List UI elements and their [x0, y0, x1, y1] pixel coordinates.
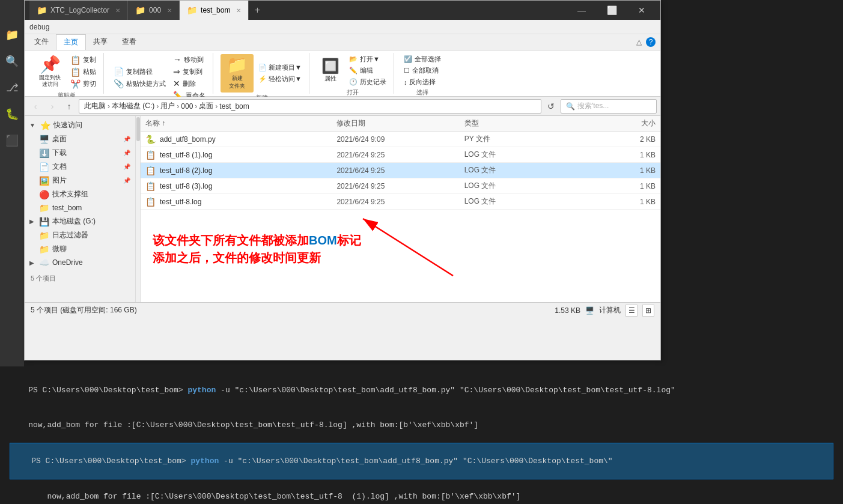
- help-button[interactable]: ?: [646, 37, 656, 47]
- terminal-prompt-0: PS C:\Users\000\Desktop\test_bom>: [28, 386, 187, 395]
- path-part-000[interactable]: 000: [181, 102, 193, 111]
- view-details-btn[interactable]: ☰: [625, 305, 638, 317]
- explorer-header: debug: [25, 20, 660, 34]
- path-sep-4: ›: [195, 102, 197, 111]
- terminal-line-1: now,add_bom for file :[C:\Users\000\Desk…: [10, 408, 833, 443]
- copy-path-btn[interactable]: 📄 复制路径: [111, 66, 168, 77]
- edit-icon: ✏️: [349, 67, 358, 74]
- edit-btn[interactable]: ✏️ 编辑: [347, 65, 389, 76]
- testbom-label: test_bom: [52, 204, 82, 212]
- ribbon-group-select: ☑️ 全部选择 ☐ 全部取消 ↕️ 反向选择 选择: [397, 53, 448, 94]
- cut-btn[interactable]: ✂️ 剪切: [68, 79, 99, 90]
- restore-button[interactable]: ⬜: [598, 1, 625, 20]
- invert-select-btn[interactable]: ↕️ 反向选择: [401, 77, 443, 87]
- path-part-testbom[interactable]: test_bom: [219, 102, 249, 111]
- paste-btn[interactable]: 📋 粘贴: [68, 67, 99, 77]
- select-all-btn[interactable]: ☑️ 全部选择: [401, 54, 443, 64]
- open-btn[interactable]: 📂 打开▼: [347, 54, 389, 64]
- extensions-icon[interactable]: ⬛: [1, 130, 23, 151]
- easy-access-btn[interactable]: ⚡ 轻松访问▼: [256, 74, 304, 84]
- new-folder-btn[interactable]: 📁 新建文件夹: [221, 54, 254, 93]
- file-row-0[interactable]: 🐍 add_utf8_bom.py 2021/6/24 9:09 PY 文件 2…: [141, 132, 660, 147]
- expand-quickaccess[interactable]: ▼: [29, 122, 35, 129]
- back-button[interactable]: ‹: [28, 99, 43, 114]
- path-part-users[interactable]: 用户: [160, 101, 175, 111]
- status-count: 5 个项目 (磁盘可用空间: 166 GB): [31, 305, 137, 315]
- path-part-drive[interactable]: 本地磁盘 (C:): [112, 101, 154, 111]
- paste-shortcut-btn[interactable]: 📎 粘贴快捷方式: [111, 78, 168, 89]
- search-icon[interactable]: 🔍: [1, 50, 23, 72]
- tab-testbom[interactable]: 📁 test_bom ✕: [180, 1, 249, 20]
- minimize-button[interactable]: —: [568, 1, 595, 20]
- expand-onedrive[interactable]: ▶: [29, 260, 34, 266]
- delete-btn[interactable]: ✕ 删除: [171, 78, 208, 89]
- ribbon-collapse-btn[interactable]: △: [634, 37, 644, 47]
- sidebar-item-techsupport[interactable]: 🔴 技术支撑组: [25, 187, 135, 201]
- refresh-button[interactable]: ↺: [544, 99, 558, 114]
- sidebar-item-downloads[interactable]: ⬇️ 下载 📌: [25, 146, 135, 160]
- path-sep-1: ›: [108, 102, 110, 111]
- history-btn[interactable]: 🕐 历史记录: [347, 77, 389, 87]
- ribbon-tab-view[interactable]: 查看: [115, 34, 144, 50]
- debug-icon[interactable]: 🐛: [1, 103, 23, 125]
- sidebar-item-pictures[interactable]: 🖼️ 图片 📌: [25, 174, 135, 187]
- tab-icon-xtc: 📁: [37, 5, 47, 15]
- up-button[interactable]: ↑: [62, 99, 76, 114]
- copy-btn[interactable]: 📋 复制: [68, 55, 99, 65]
- paste-shortcut-label: 粘贴快捷方式: [126, 79, 166, 88]
- path-part-computer[interactable]: 此电脑: [84, 101, 106, 111]
- tab-close-000[interactable]: ✕: [167, 7, 172, 14]
- col-size-header[interactable]: 大小: [592, 118, 656, 129]
- path-part-desktop[interactable]: 桌面: [199, 101, 213, 111]
- file-row-1[interactable]: 📋 test_utf-8 (1).log 2021/6/24 9:25 LOG …: [141, 147, 660, 163]
- col-type-header[interactable]: 类型: [464, 118, 592, 129]
- copy-to-btn[interactable]: ⇒ 复制到: [171, 66, 208, 77]
- select-label: 选择: [416, 88, 428, 97]
- sidebar-item-wechat[interactable]: 📁 微聊: [25, 242, 135, 256]
- sidebar-item-testbom[interactable]: 📁 test_bom: [25, 201, 135, 214]
- pin-quick-access-btn[interactable]: 📌 固定到快速访问: [34, 54, 65, 90]
- tab-xtc[interactable]: 📁 XTC_LogCollector ✕: [29, 1, 128, 20]
- source-control-icon[interactable]: ⎇: [1, 77, 23, 99]
- file-row-4[interactable]: 📋 test_utf-8.log 2021/6/24 9:25 LOG 文件 1…: [141, 194, 660, 210]
- sidebar-item-localdisk-g[interactable]: ▶ 💾 本地磁盘 (G:): [25, 214, 135, 228]
- desktop-icon: 🖥️: [39, 135, 49, 144]
- tab-000[interactable]: 📁 000 ✕: [128, 1, 180, 20]
- expand-localdisk[interactable]: ▶: [29, 218, 34, 225]
- ribbon-tab-file[interactable]: 文件: [27, 34, 56, 50]
- search-box[interactable]: 🔍 搜索'tes...: [561, 99, 657, 114]
- sidebar-item-logfilter[interactable]: 📁 日志过滤器: [25, 228, 135, 242]
- vertical-scrollbar-left[interactable]: [136, 116, 141, 302]
- file-row-3[interactable]: 📋 test_utf-8 (3).log 2021/6/24 9:25 LOG …: [141, 178, 660, 194]
- sidebar-item-desktop[interactable]: 🖥️ 桌面 📌: [25, 132, 135, 146]
- view-icons-btn[interactable]: ⊞: [642, 305, 654, 317]
- file-row-2[interactable]: 📋 test_utf-8 (2).log 2021/6/24 9:25 LOG …: [141, 163, 660, 178]
- explorer-icon[interactable]: 📁: [1, 24, 23, 46]
- new-tab-button[interactable]: +: [249, 1, 266, 20]
- move-to-btn[interactable]: → 移动到: [171, 54, 208, 65]
- col-date-header[interactable]: 修改日期: [336, 118, 464, 129]
- ribbon-group-clipboard: 📌 固定到快速访问 📋 复制 📋 粘贴 ✂️: [29, 53, 104, 94]
- address-path[interactable]: 此电脑 › 本地磁盘 (C:) › 用户 › 000 › 桌面 › test_b…: [79, 99, 541, 114]
- tab-close-xtc[interactable]: ✕: [115, 7, 120, 14]
- forward-button[interactable]: ›: [45, 99, 59, 114]
- properties-btn[interactable]: 🔲 属性: [317, 56, 344, 85]
- ribbon-tab-home[interactable]: 主页: [56, 34, 86, 50]
- col-name-header[interactable]: 名称 ↑: [145, 118, 336, 129]
- tab-close-testbom[interactable]: ✕: [236, 7, 241, 14]
- new-item-btn[interactable]: 📄 新建项目▼: [256, 62, 304, 73]
- paste-shortcut-icon: 📎: [114, 79, 124, 88]
- sidebar-item-quickaccess[interactable]: ▼ ⭐ 快速访问: [25, 118, 135, 132]
- invert-label: 反向选择: [409, 77, 436, 87]
- status-location: 计算机: [599, 305, 621, 315]
- pin-label: 固定到快速访问: [39, 74, 61, 88]
- sidebar-item-onedrive[interactable]: ▶ ☁️ OneDrive: [25, 256, 135, 269]
- deselect-all-btn[interactable]: ☐ 全部取消: [401, 65, 443, 76]
- close-button[interactable]: ✕: [628, 1, 656, 20]
- open-label: 打开: [347, 88, 359, 97]
- ribbon-tab-share[interactable]: 共享: [86, 34, 115, 50]
- scroll-thumb[interactable]: [136, 117, 140, 141]
- move-icon: →: [173, 55, 181, 64]
- easy-access-label: ⚡ 轻松访问▼: [258, 74, 302, 83]
- sidebar-item-docs[interactable]: 📄 文档 📌: [25, 160, 135, 174]
